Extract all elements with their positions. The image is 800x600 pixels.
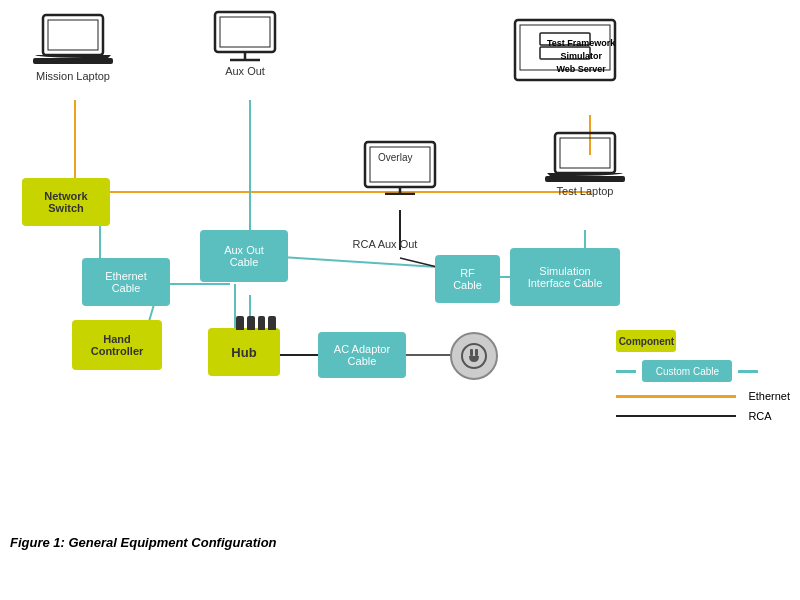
aux-out-cable-node: Aux Out Cable bbox=[200, 230, 288, 282]
legend-rca-line bbox=[616, 415, 736, 417]
overlay-label: Overlay bbox=[378, 152, 412, 163]
framework-server-label: Test Framework Simulator Web Server bbox=[547, 37, 615, 76]
svg-rect-35 bbox=[365, 142, 435, 187]
ethernet-cable-node: Ethernet Cable bbox=[82, 258, 170, 306]
legend-ethernet-label: Ethernet bbox=[748, 390, 790, 402]
ac-adaptor-label: AC Adaptor Cable bbox=[334, 343, 390, 367]
aux-out-cable-label: Aux Out Cable bbox=[224, 244, 264, 268]
rf-cable-label: RF Cable bbox=[453, 267, 482, 291]
legend-custom-cable-line-left bbox=[616, 370, 636, 373]
hub-node: Hub bbox=[208, 328, 280, 376]
test-laptop-node: Test Laptop bbox=[530, 130, 640, 197]
laptop-icon bbox=[33, 10, 113, 70]
test-laptop-label: Test Laptop bbox=[557, 185, 614, 197]
monitor-aux-icon bbox=[210, 10, 280, 65]
figure-caption: Figure 1: General Equipment Configuratio… bbox=[10, 535, 277, 550]
framework-server-area: Test Framework Simulator Web Server bbox=[505, 15, 635, 88]
legend-component-label: Component bbox=[619, 336, 675, 347]
svg-line-17 bbox=[400, 258, 437, 267]
sim-interface-label: Simulation Interface Cable bbox=[528, 265, 603, 289]
legend-custom-cable-line-right bbox=[738, 370, 758, 373]
legend-rca-label: RCA bbox=[748, 410, 771, 422]
svg-rect-22 bbox=[48, 20, 98, 50]
legend-rca: RCA bbox=[616, 410, 790, 422]
rca-aux-out-label: RCA Aux Out bbox=[353, 238, 418, 250]
power-plug-icon bbox=[450, 332, 498, 380]
network-switch-label: Network Switch bbox=[44, 190, 87, 214]
svg-rect-21 bbox=[43, 15, 103, 55]
plug-symbol bbox=[460, 342, 488, 370]
legend-custom-cable-label: Custom Cable bbox=[656, 366, 719, 377]
framework-text-line3: Web Server bbox=[557, 64, 606, 74]
aux-out-label: Aux Out bbox=[225, 65, 265, 77]
mission-laptop-node: Mission Laptop bbox=[18, 10, 128, 82]
diagram: Mission Laptop Aux Out Test Framework Si… bbox=[0, 0, 800, 560]
hub-connectors bbox=[236, 316, 276, 330]
rf-cable-node: RF Cable bbox=[435, 255, 500, 303]
svg-rect-32 bbox=[555, 133, 615, 173]
hub-label: Hub bbox=[231, 345, 256, 360]
svg-rect-41 bbox=[475, 349, 478, 356]
ethernet-cable-label: Ethernet Cable bbox=[105, 270, 147, 294]
hand-controller-label: Hand Controller bbox=[91, 333, 144, 357]
svg-rect-23 bbox=[33, 58, 113, 64]
legend-ethernet: Ethernet bbox=[616, 390, 790, 402]
legend-component-box: Component bbox=[616, 330, 676, 352]
network-switch-node: Network Switch bbox=[22, 178, 110, 226]
ac-adaptor-node: AC Adaptor Cable bbox=[318, 332, 406, 378]
legend-component: Component bbox=[616, 330, 790, 352]
svg-rect-33 bbox=[560, 138, 610, 168]
svg-rect-24 bbox=[215, 12, 275, 52]
test-laptop-icon bbox=[545, 130, 625, 185]
legend-custom-cable: Custom Cable bbox=[616, 360, 790, 382]
legend-custom-cable-box: Custom Cable bbox=[642, 360, 732, 382]
legend: Component Custom Cable Ethernet RCA bbox=[616, 330, 790, 422]
overlay-monitor-node: Overlay bbox=[350, 140, 450, 195]
aux-out-node: Aux Out bbox=[195, 10, 295, 77]
legend-ethernet-line bbox=[616, 395, 736, 398]
svg-rect-34 bbox=[545, 176, 625, 182]
framework-text-line2: Simulator bbox=[560, 51, 602, 61]
mission-laptop-label: Mission Laptop bbox=[36, 70, 110, 82]
sim-interface-node: Simulation Interface Cable bbox=[510, 248, 620, 306]
svg-rect-25 bbox=[220, 17, 270, 47]
overlay-monitor-icon bbox=[360, 140, 440, 195]
framework-text-line1: Test Framework bbox=[547, 38, 615, 48]
rca-aux-out-node: RCA Aux Out bbox=[340, 238, 430, 250]
hand-controller-node: Hand Controller bbox=[72, 320, 162, 370]
svg-rect-40 bbox=[470, 349, 473, 356]
